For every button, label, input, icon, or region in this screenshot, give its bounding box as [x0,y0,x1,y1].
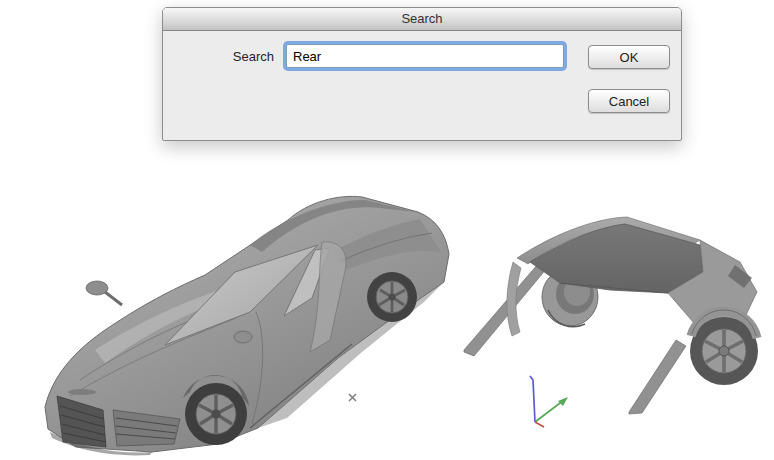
front-wheel [183,375,249,445]
car-model-rear-section[interactable] [464,217,758,414]
right-mirror [234,331,252,343]
page-background: { "dialog": { "title": "Search", "search… [0,0,774,460]
ok-button[interactable]: OK [588,45,670,69]
viewport-3d[interactable] [0,150,774,460]
dialog-title-bar[interactable]: Search [163,8,681,31]
search-input[interactable] [286,44,564,68]
rear-wheel [367,272,417,322]
car-model-full[interactable] [45,196,449,455]
cancel-button[interactable]: Cancel [588,89,670,113]
axis-y-green [535,400,564,422]
right-rail [629,340,686,414]
dialog-title: Search [401,11,442,26]
orientation-axes-gizmo [530,376,568,427]
axis-x-red [535,422,544,427]
axis-z-blue [530,376,535,422]
search-dialog: Search Search OK Cancel [162,7,682,141]
pivot-marker-icon [349,394,356,401]
search-field-label: Search [163,49,274,64]
axis-y-arrowhead [558,397,568,406]
left-mirror [86,281,122,305]
